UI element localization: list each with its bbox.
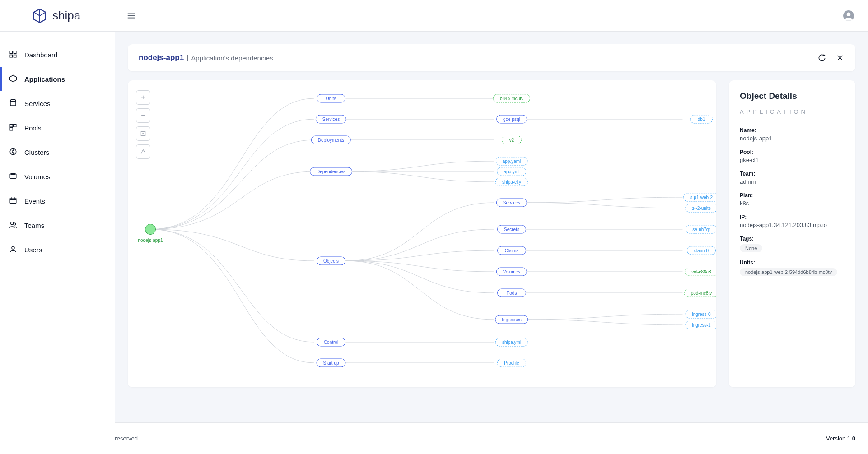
leaf-services[interactable]: gce-psql — [496, 115, 527, 124]
reset-icon — [140, 148, 146, 155]
detail-name-value: nodejs-app1 — [740, 135, 845, 142]
leaf-deployments[interactable]: v2 — [502, 136, 522, 144]
content-row: nodejs-app1 Units Services Deployments D… — [128, 80, 855, 387]
sidebar-item-clusters[interactable]: Clusters — [0, 140, 115, 164]
svg-rect-7 — [10, 55, 12, 57]
pools-icon — [9, 123, 18, 132]
clusters-icon — [9, 148, 18, 157]
detail-tags-label: Tags: — [740, 236, 845, 242]
detail-name-label: Name: — [740, 127, 845, 134]
node-obj-claims[interactable]: Claims — [497, 246, 526, 255]
services-icon — [9, 99, 18, 108]
leaf-secret[interactable]: se-nh7qr — [686, 225, 716, 234]
node-control[interactable]: Control — [317, 338, 345, 347]
sidebar-label: Applications — [24, 75, 65, 83]
node-objects[interactable]: Objects — [317, 257, 345, 265]
minus-icon: − — [141, 111, 145, 120]
node-root[interactable]: nodejs-app1 — [145, 224, 156, 235]
plus-icon: + — [141, 93, 145, 102]
leaf-claim[interactable]: claim-0 — [687, 246, 716, 255]
zoom-out-button[interactable]: − — [136, 108, 150, 123]
object-details-panel: Object Details APPLICATION Name: nodejs-… — [729, 80, 855, 387]
dependency-graph[interactable]: nodejs-app1 Units Services Deployments D… — [128, 80, 716, 387]
node-obj-volumes[interactable]: Volumes — [496, 268, 527, 276]
node-obj-secrets[interactable]: Secrets — [497, 225, 526, 234]
logo-area[interactable]: shipa — [0, 0, 115, 32]
svg-rect-5 — [10, 51, 12, 53]
version-number: 1.0 — [847, 435, 855, 442]
detail-units-value: nodejs-app1-web-2-594dd6b84b-mc8tv — [740, 268, 837, 276]
sidebar-label: Services — [24, 100, 51, 107]
footer-version: Version 1.0 — [826, 435, 855, 442]
refresh-icon — [818, 54, 826, 62]
leaf-ing-0[interactable]: ingress-0 — [685, 310, 716, 319]
node-startup[interactable]: Start up — [316, 359, 345, 367]
node-services[interactable]: Services — [316, 115, 346, 124]
version-label: Version — [826, 435, 847, 442]
leaf-startup[interactable]: Procfile — [497, 359, 526, 367]
events-icon — [9, 196, 18, 205]
sidebar: Dashboard Applications Services Pools Cl… — [0, 32, 115, 454]
sidebar-item-applications[interactable]: Applications — [0, 67, 115, 91]
sidebar-label: Teams — [24, 222, 44, 229]
dashboard-icon — [9, 50, 18, 59]
zoom-fit-button[interactable] — [136, 126, 150, 141]
node-deployments[interactable]: Deployments — [311, 136, 351, 144]
zoom-reset-button[interactable] — [136, 144, 150, 159]
page-title: nodejs-app1 — [139, 53, 184, 62]
sidebar-item-services[interactable]: Services — [0, 91, 115, 116]
user-avatar-icon[interactable] — [843, 10, 854, 22]
close-icon — [836, 54, 844, 62]
svg-point-17 — [10, 173, 16, 175]
detail-team-value: admin — [740, 178, 845, 185]
node-obj-ingresses[interactable]: Ingresses — [495, 315, 528, 324]
leaf-objsvc-0[interactable]: s-p1-web-2 — [683, 193, 716, 202]
sidebar-item-dashboard[interactable]: Dashboard — [0, 42, 115, 67]
leaf-dep-0[interactable]: app.yaml — [496, 157, 528, 166]
node-obj-services[interactable]: Services — [496, 199, 527, 207]
detail-ip-value: nodejs-app1.34.121.203.83.nip.io — [740, 222, 845, 228]
leaf-control[interactable]: shipa.yml — [495, 338, 528, 347]
detail-tags-value: None — [740, 244, 762, 252]
close-button[interactable] — [835, 53, 845, 62]
topbar: shipa — [0, 0, 868, 32]
node-dependencies[interactable]: Dependencies — [310, 167, 352, 176]
node-units[interactable]: Units — [317, 94, 345, 103]
sidebar-label: Pools — [24, 124, 42, 132]
fit-icon — [140, 130, 146, 137]
node-root-label: nodejs-app1 — [138, 238, 163, 243]
leaf-units[interactable]: b84b-mc8tv — [493, 94, 530, 103]
sidebar-label: Dashboard — [24, 51, 57, 59]
zoom-in-button[interactable]: + — [136, 90, 150, 105]
detail-ip-label: IP: — [740, 214, 845, 220]
leaf-dep-1[interactable]: app.yml — [497, 167, 526, 176]
leaf-pod[interactable]: pod-mc8tv — [684, 289, 716, 297]
logo-text: shipa — [52, 9, 80, 23]
menu-toggle-icon[interactable] — [126, 10, 137, 21]
graph-zoom-controls: + − — [136, 90, 150, 159]
leaf-volume[interactable]: vol-c86a3 — [685, 268, 716, 276]
sidebar-item-events[interactable]: Events — [0, 189, 115, 213]
sidebar-item-users[interactable]: Users — [0, 237, 115, 262]
applications-icon — [9, 74, 18, 83]
leaf-db1[interactable]: db1 — [690, 115, 713, 124]
page-header: nodejs-app1 | Application's dependencies — [128, 44, 855, 71]
svg-point-14 — [12, 151, 14, 153]
leaf-ing-1[interactable]: ingress-1 — [685, 321, 716, 329]
sidebar-label: Users — [24, 246, 42, 254]
footer: Copyright © 2020 Shipa Corp . All rights… — [0, 422, 868, 454]
logo-icon — [32, 8, 48, 24]
svg-point-28 — [143, 133, 144, 134]
svg-rect-8 — [14, 55, 16, 57]
leaf-objsvc-1[interactable]: s--2-units — [685, 204, 716, 213]
teams-icon — [9, 221, 18, 230]
svg-point-4 — [847, 12, 851, 16]
sidebar-item-pools[interactable]: Pools — [0, 116, 115, 140]
svg-rect-27 — [141, 131, 145, 135]
sidebar-item-teams[interactable]: Teams — [0, 213, 115, 237]
refresh-button[interactable] — [817, 53, 826, 62]
leaf-dep-2[interactable]: shipa-ci.y — [495, 178, 528, 186]
sidebar-item-volumes[interactable]: Volumes — [0, 164, 115, 189]
title-separator: | — [187, 54, 188, 62]
node-obj-pods[interactable]: Pods — [497, 289, 526, 297]
